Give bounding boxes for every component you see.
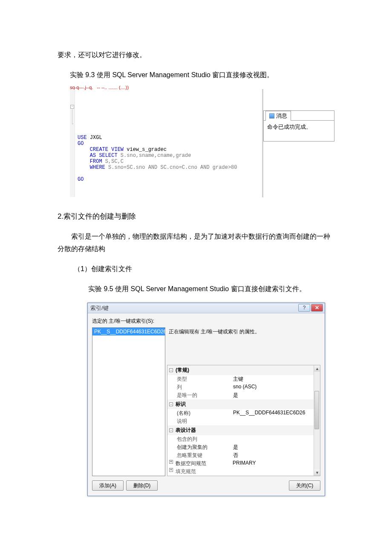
scroll-thumb[interactable] — [314, 391, 319, 429]
kw-use: USE — [78, 135, 87, 141]
db-name: JXGL — [87, 135, 102, 141]
paragraph: 要求，还可以对它进行修改。 — [58, 49, 334, 61]
message-body: 命令已成功完成。 — [264, 120, 334, 141]
paragraph: 索引是一个单独的，物理的数据库结构，是为了加速对表中数据行的查询而创建的一种分散… — [58, 231, 334, 255]
category-identity[interactable]: -标识 — [167, 399, 320, 409]
sql-editor: sq-q---.j--q. -- --.. ....... (....)) - … — [69, 89, 255, 197]
view-name: view_s_gradec — [124, 147, 167, 153]
kw-as: AS — [90, 153, 96, 159]
scrollbar[interactable]: ▲ ▼ — [314, 365, 320, 476]
kw-select: SELECT — [96, 153, 117, 159]
scroll-down-icon[interactable]: ▼ — [314, 469, 320, 476]
prop-col-k: 列 — [167, 384, 231, 391]
description: 正在编辑现有 主/唯一键或索引 的属性。 — [167, 327, 320, 365]
index-keys-dialog: 索引/键 ? ✕ 选定的 主/唯一键或索引(S): PK__S__DDDF644… — [87, 303, 325, 496]
experiment-9-3: 实验 9.3 使用 SQL Server Management Studio 窗… — [58, 69, 334, 81]
collapse-icon[interactable]: - — [169, 368, 173, 372]
prop-name-k: (名称) — [167, 410, 231, 417]
prop-name-v[interactable]: PK__S__DDDF644631EC6D26 — [231, 410, 320, 417]
prop-space-k: 数据空间规范 — [176, 460, 231, 467]
prop-inc-v[interactable] — [231, 436, 320, 443]
step-1: （1）创建索引文件 — [58, 263, 334, 275]
prop-dup-k: 忽略重复键 — [167, 452, 231, 459]
from-tables: S,SC,C — [102, 159, 124, 165]
prop-type-k: 类型 — [167, 376, 231, 383]
prop-fill-v[interactable] — [231, 468, 320, 475]
prop-dup-v[interactable]: 否 — [231, 452, 320, 459]
kw-from: FROM — [90, 159, 102, 165]
dialog-titlebar: 索引/键 ? ✕ — [88, 303, 325, 313]
prop-fill-k: 填充规范 — [176, 468, 231, 475]
fold-minus-icon[interactable]: - — [70, 105, 74, 109]
help-icon: ? — [303, 305, 306, 311]
index-list-item-selected[interactable]: PK__S__DDDF644631EC6D26 — [92, 328, 165, 335]
help-button[interactable]: ? — [298, 304, 310, 312]
collapse-icon[interactable]: - — [169, 428, 173, 432]
close-dialog-button[interactable]: 关闭(C) — [289, 480, 320, 491]
kw-go: GO — [78, 141, 84, 147]
kw-where: WHERE — [90, 165, 105, 171]
collapse-icon[interactable]: - — [169, 402, 173, 406]
messages-pane: 消息 命令已成功完成。 — [262, 89, 334, 197]
message-icon — [269, 113, 274, 119]
tab-garble: sq-q---.j--q. -- --.. ....... (....)) — [70, 85, 129, 90]
where-cond: S.sno=SC.sno AND SC.cno=C.cno AND grade>… — [105, 165, 237, 171]
messages-tab-label: 消息 — [276, 112, 287, 120]
kw-go2: GO — [78, 176, 84, 182]
index-list[interactable]: PK__S__DDDF644631EC6D26 — [92, 327, 165, 476]
prop-uniq-v[interactable]: 是 — [231, 392, 320, 399]
property-grid[interactable]: -(常规) 类型主键 列sno (ASC) 是唯一的是 -标识 (名称)PK__… — [167, 365, 320, 476]
list-label: 选定的 主/唯一键或索引(S): — [92, 318, 320, 325]
prop-spec-v[interactable] — [231, 418, 320, 425]
prop-clus-v[interactable]: 是 — [231, 444, 320, 451]
close-button[interactable]: ✕ — [311, 304, 323, 312]
add-button[interactable]: 添加(A) — [92, 480, 124, 491]
fold-bracket — [72, 109, 72, 124]
category-general[interactable]: -(常规) — [167, 365, 320, 375]
prop-type-v[interactable]: 主键 — [231, 376, 320, 383]
expand-icon[interactable]: + — [169, 460, 173, 464]
close-icon: ✕ — [315, 305, 319, 311]
prop-uniq-k: 是唯一的 — [167, 392, 231, 399]
messages-tab[interactable]: 消息 — [265, 111, 291, 121]
prop-col-v[interactable]: sno (ASC) — [231, 384, 320, 391]
expand-icon[interactable]: + — [169, 468, 173, 472]
scroll-up-icon[interactable]: ▲ — [314, 365, 320, 372]
kw-view: VIEW — [108, 147, 124, 153]
experiment-9-5: 实验 9.5 使用 SQL Server Management Studio 窗… — [58, 283, 334, 295]
code: USE JXGL GO CREATE VIEW view_s_gradec AS… — [70, 134, 255, 185]
select-cols: S.sno,sname,cname,grade — [118, 153, 191, 159]
prop-clus-k: 创建为聚集的 — [167, 444, 231, 451]
delete-button[interactable]: 删除(D) — [126, 480, 158, 491]
prop-inc-k: 包含的列 — [167, 436, 231, 443]
section-heading-2: 2.索引文件的创建与删除 — [58, 210, 334, 223]
prop-space-v[interactable]: PRIMARY — [231, 460, 320, 467]
dialog-title: 索引/键 — [90, 304, 109, 312]
category-designer[interactable]: -表设计器 — [167, 425, 320, 435]
sql-screenshot: sq-q---.j--q. -- --.. ....... (....)) - … — [69, 89, 334, 197]
kw-create: CREATE — [90, 147, 108, 153]
prop-spec-k: 说明 — [167, 418, 231, 425]
